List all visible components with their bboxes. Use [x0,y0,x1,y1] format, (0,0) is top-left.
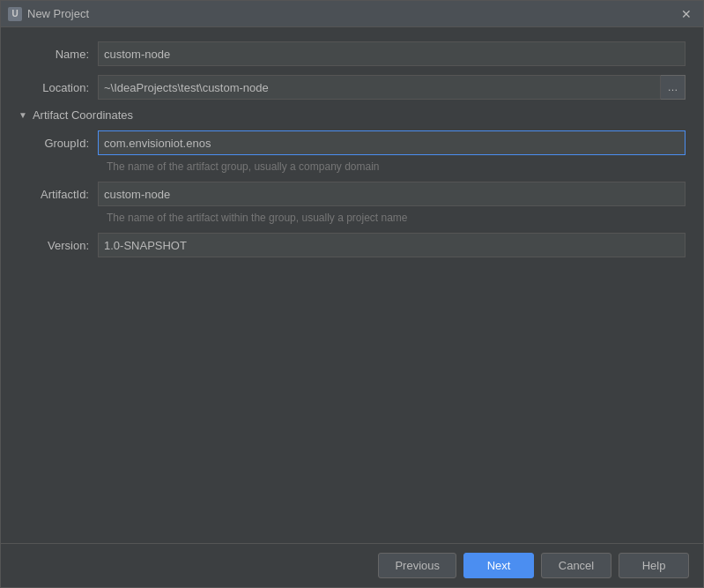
groupid-hint: The name of the artifact group, usually … [107,160,685,173]
help-button[interactable]: Help [619,553,689,578]
version-input[interactable] [98,233,685,257]
groupid-input[interactable] [98,130,685,155]
next-button[interactable]: Next [463,553,534,578]
artifactid-row: ArtifactId: [19,182,685,206]
previous-button[interactable]: Previous [378,553,456,578]
groupid-row: GroupId: [19,130,685,155]
artifactid-input[interactable] [98,182,685,206]
app-icon: U [8,7,22,21]
new-project-dialog: U New Project ✕ Name: Location: … ▼ Arti… [0,0,704,588]
artifactid-label: ArtifactId: [19,188,98,201]
location-input[interactable] [98,75,661,100]
artifact-section-label: Artifact Coordinates [33,108,133,122]
browse-button[interactable]: … [661,75,685,100]
groupid-label: GroupId: [19,137,98,150]
artifactid-hint: The name of the artifact within the grou… [107,212,685,224]
title-bar: U New Project ✕ [1,1,703,27]
version-label: Version: [19,239,98,252]
dialog-title: New Project [27,7,677,20]
dialog-content: Name: Location: … ▼ Artifact Coordinates… [1,27,703,543]
cancel-button[interactable]: Cancel [541,553,611,578]
artifact-section-header[interactable]: ▼ Artifact Coordinates [19,108,685,122]
location-input-wrap: … [98,75,685,100]
name-input[interactable] [98,41,685,66]
location-row: Location: … [19,75,685,100]
version-row: Version: [19,233,685,257]
location-label: Location: [19,81,98,94]
name-label: Name: [19,48,98,61]
name-row: Name: [19,41,685,66]
close-button[interactable]: ✕ [677,4,696,24]
dialog-footer: Previous Next Cancel Help [1,543,703,587]
section-collapse-icon: ▼ [19,110,27,120]
